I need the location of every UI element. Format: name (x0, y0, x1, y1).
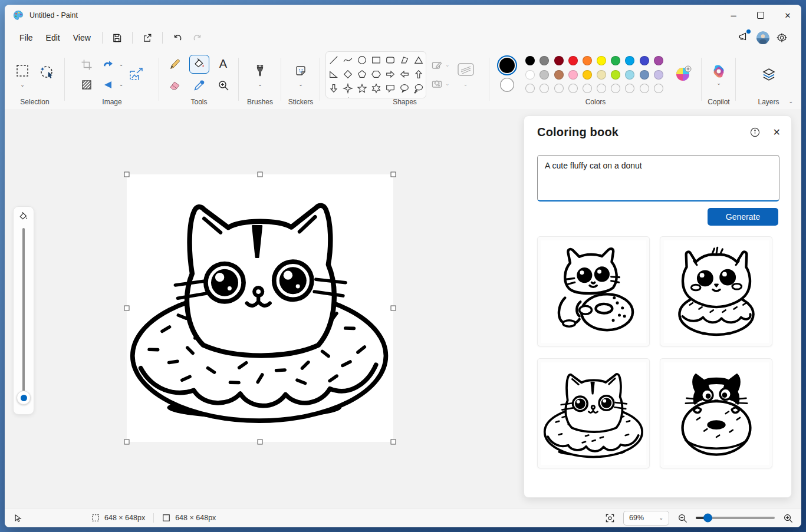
shape-ellipse-icon[interactable] (356, 54, 369, 67)
color-swatch[interactable] (583, 70, 592, 80)
custom-color-slot[interactable] (654, 84, 663, 93)
close-button[interactable]: ✕ (774, 5, 801, 26)
undo-button[interactable] (167, 29, 187, 47)
custom-color-slot[interactable] (611, 84, 620, 93)
color-swatch[interactable] (625, 70, 634, 80)
shape-hexagon-icon[interactable] (370, 68, 383, 81)
shape-triangle-icon[interactable] (412, 54, 425, 67)
shape-five-point-star-icon[interactable] (356, 82, 369, 95)
shape-outline-icon[interactable] (431, 60, 443, 71)
shape-right-triangle-icon[interactable] (327, 68, 340, 81)
background-color-swatch[interactable] (500, 78, 514, 92)
color-swatch[interactable] (539, 70, 549, 80)
shape-arrow-up-icon[interactable] (412, 68, 425, 81)
selection-handle-ne[interactable] (391, 172, 396, 177)
color-swatch[interactable] (654, 56, 663, 65)
maximize-button[interactable] (747, 5, 774, 26)
custom-color-slot[interactable] (597, 84, 606, 93)
stickers-dropdown-chevron-icon[interactable]: ⌄ (298, 82, 303, 87)
shape-rounded-rectangle-icon[interactable] (384, 54, 397, 67)
brushes-dropdown-chevron-icon[interactable]: ⌄ (258, 82, 262, 87)
menu-edit[interactable]: Edit (40, 29, 67, 46)
brushes-button[interactable] (251, 62, 269, 80)
generated-thumbnail-1[interactable] (537, 236, 650, 346)
shape-arrow-left-icon[interactable] (398, 68, 411, 81)
share-button[interactable] (137, 29, 157, 47)
rotate-dropdown-chevron-icon[interactable]: ⌄ (119, 62, 124, 67)
flip-button[interactable] (98, 76, 117, 94)
menu-file[interactable]: File (13, 29, 40, 46)
menu-view[interactable]: View (67, 29, 97, 46)
shape-speech-bubble-icon[interactable] (384, 82, 397, 95)
shape-four-point-star-icon[interactable] (341, 82, 354, 95)
zoom-slider-thumb[interactable] (703, 514, 712, 523)
color-swatch[interactable] (654, 70, 663, 80)
generated-thumbnail-3[interactable] (537, 358, 650, 468)
color-swatch[interactable] (525, 56, 535, 65)
layers-icon[interactable] (761, 67, 777, 83)
drawing-canvas[interactable] (127, 174, 393, 442)
selection-resize-button[interactable] (77, 76, 96, 94)
redo-button[interactable] (187, 29, 208, 47)
zoom-in-icon[interactable] (783, 513, 793, 523)
shape-fill-icon[interactable] (431, 78, 443, 90)
shape-outline-chevron-icon[interactable]: ⌄ (445, 62, 450, 68)
save-button[interactable] (107, 29, 127, 47)
copilot-dropdown-chevron-icon[interactable]: ⌄ (716, 81, 721, 86)
color-swatch[interactable] (597, 70, 606, 80)
custom-color-slot[interactable] (640, 84, 649, 93)
shape-line-icon[interactable] (327, 54, 340, 67)
color-swatch[interactable] (568, 70, 578, 80)
color-swatch[interactable] (640, 56, 649, 65)
text-tool-button[interactable]: A (214, 55, 233, 73)
pencil-tool-button[interactable] (166, 55, 185, 73)
edit-colors-button[interactable] (675, 65, 692, 84)
selection-dropdown-chevron-icon[interactable]: ⌄ (20, 82, 25, 88)
crop-button[interactable] (77, 56, 96, 74)
color-swatch[interactable] (597, 56, 606, 65)
minimize-button[interactable]: ─ (720, 5, 747, 26)
smart-select-button[interactable] (38, 63, 57, 81)
selection-handle-nw[interactable] (124, 172, 130, 177)
ribbon-collapse-chevron-icon[interactable]: ⌄ (788, 99, 793, 104)
copilot-icon[interactable] (711, 64, 726, 79)
zoom-slider[interactable] (696, 514, 775, 522)
color-swatch[interactable] (611, 70, 620, 80)
shape-oval-speech-bubble-icon[interactable] (398, 82, 411, 95)
generate-button[interactable]: Generate (708, 208, 778, 226)
rotate-button[interactable] (98, 56, 117, 74)
color-swatch[interactable] (583, 56, 592, 65)
magnifier-tool-button[interactable] (214, 77, 233, 94)
generated-thumbnail-2[interactable] (660, 236, 772, 346)
shape-rectangle-icon[interactable] (370, 54, 383, 67)
announcements-button[interactable] (738, 31, 749, 44)
custom-color-slot[interactable] (583, 84, 592, 93)
fill-tool-button[interactable] (189, 55, 209, 74)
shape-diamond-icon[interactable] (341, 68, 354, 81)
selection-handle-sw[interactable] (124, 440, 130, 445)
tolerance-slider-thumb[interactable] (17, 391, 31, 405)
custom-color-slot[interactable] (568, 84, 578, 93)
foreground-color-swatch[interactable] (499, 58, 515, 73)
color-swatch[interactable] (640, 70, 649, 80)
shape-style-chevron-icon[interactable]: ⌄ (463, 82, 468, 87)
shape-style-icon[interactable] (457, 62, 475, 77)
shape-arrow-down-icon[interactable] (327, 82, 340, 95)
custom-color-slot[interactable] (625, 84, 634, 93)
selection-handle-n[interactable] (258, 172, 263, 177)
color-swatch[interactable] (625, 56, 634, 65)
info-icon[interactable] (750, 127, 760, 137)
color-swatch[interactable] (611, 56, 620, 65)
resize-image-button[interactable] (126, 64, 147, 85)
eraser-tool-button[interactable] (166, 77, 185, 94)
settings-gear-icon[interactable] (777, 32, 787, 43)
panel-close-icon[interactable]: ✕ (773, 127, 781, 138)
zoom-out-icon[interactable] (677, 513, 687, 523)
flip-dropdown-chevron-icon[interactable]: ⌄ (119, 82, 124, 87)
shape-thought-bubble-icon[interactable] (412, 82, 425, 95)
custom-color-slot[interactable] (554, 84, 564, 93)
shape-six-point-star-icon[interactable] (370, 82, 383, 95)
shape-polygon-icon[interactable] (398, 54, 411, 67)
color-swatch[interactable] (554, 56, 564, 65)
shape-curve-icon[interactable] (341, 54, 354, 67)
